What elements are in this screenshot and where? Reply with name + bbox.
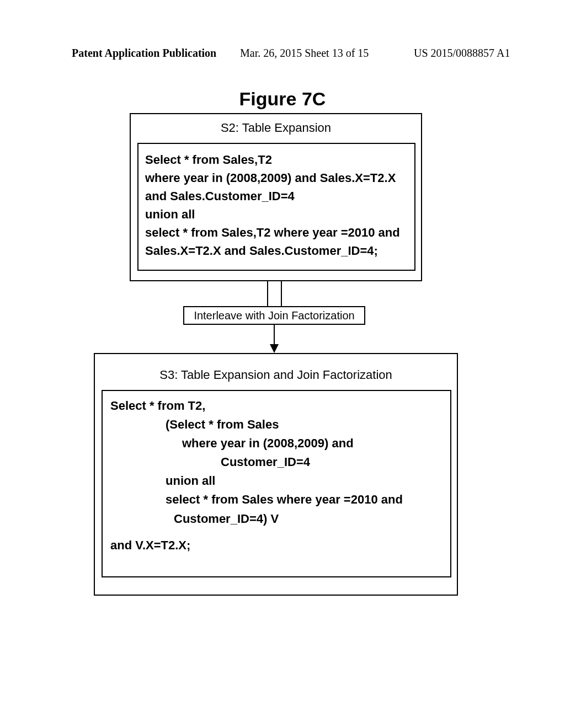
s2-line1: Select * from Sales,T2 xyxy=(145,153,272,167)
figure-title: Figure 7C xyxy=(0,88,565,110)
s3-line7: Customer_ID=4) V xyxy=(110,510,445,528)
interleave-label-box: Interleave with Join Factorization xyxy=(183,306,365,325)
s2-line3: and Sales.Customer_ID=4 xyxy=(145,189,295,203)
s3-line1: Select * from T2, xyxy=(110,399,205,413)
page: Patent Application Publication Mar. 26, … xyxy=(0,0,565,728)
header-mid: Mar. 26, 2015 Sheet 13 of 15 xyxy=(240,47,369,60)
s2-query-box: Select * from Sales,T2 where year in (20… xyxy=(137,143,415,271)
s3-line8: and V.X=T2.X; xyxy=(110,538,190,552)
header-right: US 2015/0088857 A1 xyxy=(414,47,510,60)
s3-box: S3: Table Expansion and Join Factorizati… xyxy=(94,353,458,596)
s3-query-box: Select * from T2, (Select * from Sales w… xyxy=(102,390,451,577)
s3-line2: (Select * from Sales xyxy=(110,415,445,434)
interleave-label: Interleave with Join Factorization xyxy=(194,309,354,322)
s3-line3: where year in (2008,2009) and xyxy=(110,434,445,453)
header-left: Patent Application Publication xyxy=(72,47,216,60)
s2-line5: select * from Sales,T2 where year =2010 … xyxy=(145,226,400,239)
s3-title: S3: Table Expansion and Join Factorizati… xyxy=(95,354,457,382)
s2-line4: union all xyxy=(145,207,195,221)
s3-line6: select * from Sales where year =2010 and xyxy=(110,490,445,509)
s3-line4: Customer_ID=4 xyxy=(110,453,445,472)
s2-title: S2: Table Expansion xyxy=(131,114,421,135)
s3-line5: union all xyxy=(110,472,445,490)
s2-box: S2: Table Expansion Select * from Sales,… xyxy=(130,113,422,281)
s2-line2: where year in (2008,2009) and Sales.X=T2… xyxy=(145,171,396,185)
s2-line6: Sales.X=T2.X and Sales.Customer_ID=4; xyxy=(145,244,378,258)
svg-marker-3 xyxy=(270,344,279,353)
